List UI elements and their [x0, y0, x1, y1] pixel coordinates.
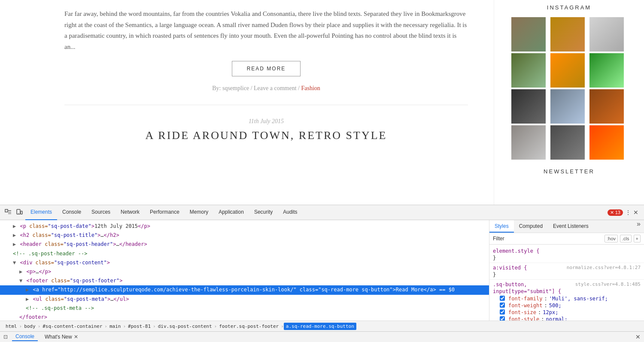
elements-panel: ▶ <p class="sq-post-date">12th July 2015… — [0, 220, 489, 321]
devtools-left-icons — [2, 209, 25, 216]
expand-arrow: ▶ — [19, 269, 22, 275]
tab-styles[interactable]: Styles — [489, 220, 514, 233]
html-line-7[interactable]: ▶ <ul class="sq-post-meta">…</ul> — [0, 295, 489, 304]
main-content: Far far away, behind the word mountains,… — [0, 0, 494, 205]
html-line-highlighted[interactable]: ▶ <a href="http://semplice.sculptureqode… — [0, 285, 489, 294]
breadcrumb-post81[interactable]: #post-81 — [126, 323, 153, 330]
expand-arrow-open: ▼ — [19, 278, 22, 284]
read-more-button[interactable]: READ MORE — [232, 61, 301, 76]
breadcrumb-post-content[interactable]: div.sq-post-content — [156, 323, 214, 330]
error-badge: ✕ 13 — [608, 209, 623, 216]
sidebar: INSTAGRAM NEWSLETTER — [494, 0, 644, 205]
devtools-toolbar: Elements Console Sources Network Perform… — [0, 205, 644, 220]
style-prop-font-style: font-style: normal; — [493, 316, 641, 321]
style-rule-visited: a:visited { normalize.css?ver=4.8.1:27 } — [489, 263, 644, 280]
breadcrumb-html[interactable]: html — [3, 323, 19, 330]
html-line-3[interactable]: ▶ <header class="sq-post-header">…</head… — [0, 240, 489, 249]
instagram-image-8[interactable] — [550, 89, 585, 124]
instagram-image-6[interactable] — [589, 53, 624, 88]
expand-arrow: ▶ — [13, 232, 16, 238]
font-weight-checkbox[interactable] — [500, 303, 505, 308]
svg-rect-0 — [5, 209, 8, 212]
tab-computed[interactable]: Computed — [514, 220, 548, 233]
html-line-8[interactable]: </footer> — [0, 313, 489, 321]
devtools-panel: Elements Console Sources Network Perform… — [0, 205, 644, 342]
newsletter-title: NEWSLETTER — [511, 168, 627, 175]
instagram-title: INSTAGRAM — [511, 4, 627, 11]
category-link[interactable]: Fashion — [301, 85, 320, 91]
html-line-2[interactable]: ▶ <h2 class="sq-post-title">…</h2> — [0, 231, 489, 240]
html-line-6[interactable]: ▼ <footer class="sq-post-footer"> — [0, 276, 489, 285]
tab-audits[interactable]: Audits — [278, 205, 302, 220]
style-css-link[interactable]: style.css?ver=4.8.1:485 — [575, 281, 641, 287]
whats-new-button[interactable]: What's New ✕ — [42, 333, 81, 341]
breadcrumb-sq-content[interactable]: #sq-content-container — [40, 323, 104, 330]
page-area: Far far away, behind the word mountains,… — [0, 0, 644, 205]
html-line-comment-2[interactable]: <!-- .sq-post-meta --> — [0, 304, 489, 313]
style-rule-sq-button: .sq-button, input[type="submit"] { style… — [489, 280, 644, 321]
inspect-element-icon[interactable] — [4, 209, 12, 216]
font-size-checkbox[interactable] — [500, 309, 505, 315]
tab-sources[interactable]: Sources — [86, 205, 115, 220]
console-bar: ⊡ Console What's New ✕ ✕ — [0, 331, 644, 342]
font-style-checkbox[interactable] — [500, 316, 505, 321]
style-prop-font-family: font-family: 'Muli', sans-serif; — [493, 295, 641, 302]
instagram-image-11[interactable] — [550, 125, 585, 160]
tab-elements[interactable]: Elements — [25, 205, 57, 220]
instagram-grid — [511, 17, 627, 160]
close-console-bar-icon[interactable]: ✕ — [635, 333, 641, 340]
author-link[interactable]: sqsemplice — [222, 85, 249, 91]
post-title: A RIDE AROUND TOWN, RETRO STYLE — [64, 129, 468, 142]
html-line-1[interactable]: ▶ <p class="sq-post-date">12th July 2015… — [0, 222, 489, 231]
instagram-image-4[interactable] — [511, 53, 546, 88]
filter-add-button[interactable]: + — [634, 235, 641, 242]
tab-security[interactable]: Security — [249, 205, 278, 220]
instagram-image-5[interactable] — [550, 53, 585, 88]
by-label: By: — [212, 85, 221, 91]
more-options-icon[interactable]: ⋮ — [625, 209, 631, 216]
svg-rect-5 — [21, 211, 22, 214]
expand-arrow-open: ▼ — [13, 260, 16, 266]
instagram-image-9[interactable] — [589, 89, 624, 124]
filter-cls-button[interactable]: .cls — [620, 235, 632, 242]
post-meta: By: sqsemplice / Leave a comment / Fashi… — [64, 85, 468, 92]
style-rule-element: element.style { } — [489, 246, 644, 263]
instagram-image-2[interactable] — [550, 17, 585, 51]
console-icon: ⊡ — [3, 334, 8, 340]
style-prop-font-weight: font-weight: 500; — [493, 302, 641, 309]
breadcrumb-read-more[interactable]: a.sq-read-more.sq-button — [284, 323, 356, 330]
instagram-image-7[interactable] — [511, 89, 546, 124]
close-devtools-icon[interactable]: ✕ — [633, 209, 638, 216]
tab-performance[interactable]: Performance — [145, 205, 185, 220]
sep2: / — [298, 85, 300, 91]
devtools-right-controls: ✕ 13 ⋮ ✕ — [604, 209, 642, 216]
breadcrumb-main[interactable]: main — [107, 323, 123, 330]
breadcrumb-post-footer[interactable]: footer.sq-post-footer — [217, 323, 281, 330]
tab-console[interactable]: Console — [57, 205, 86, 220]
normalize-css-link[interactable]: normalize.css?ver=4.8.1:27 — [567, 265, 641, 272]
instagram-image-12[interactable] — [589, 125, 624, 160]
html-line-4[interactable]: ▼ <div class="sq-post-content"> — [0, 258, 489, 267]
styles-more-icon[interactable]: » — [633, 220, 644, 233]
tab-network[interactable]: Network — [115, 205, 145, 220]
html-line-5[interactable]: ▶ <p>…</p> — [0, 267, 489, 276]
comment-link[interactable]: Leave a comment — [254, 85, 297, 91]
tab-memory[interactable]: Memory — [185, 205, 213, 220]
tab-event-listeners[interactable]: Event Listeners — [548, 220, 594, 233]
font-family-checkbox[interactable] — [500, 296, 505, 301]
tab-application[interactable]: Application — [213, 205, 249, 220]
svg-point-6 — [18, 213, 18, 213]
instagram-image-1[interactable] — [511, 17, 546, 51]
instagram-image-10[interactable] — [511, 125, 546, 160]
device-toolbar-icon[interactable] — [15, 209, 23, 216]
breadcrumb-body[interactable]: body — [22, 323, 38, 330]
filter-hover-button[interactable]: :hov — [605, 235, 618, 242]
post-date: 11th July 2015 — [64, 118, 468, 125]
divider — [64, 105, 468, 105]
html-line-comment-1[interactable]: <!-- .sq-post-header --> — [0, 249, 489, 258]
devtools-body: ▶ <p class="sq-post-date">12th July 2015… — [0, 220, 644, 321]
whats-new-close-icon[interactable]: ✕ — [74, 334, 78, 340]
styles-filter-input[interactable] — [493, 236, 557, 242]
instagram-image-3[interactable] — [589, 17, 624, 51]
console-button[interactable]: Console — [12, 333, 38, 341]
